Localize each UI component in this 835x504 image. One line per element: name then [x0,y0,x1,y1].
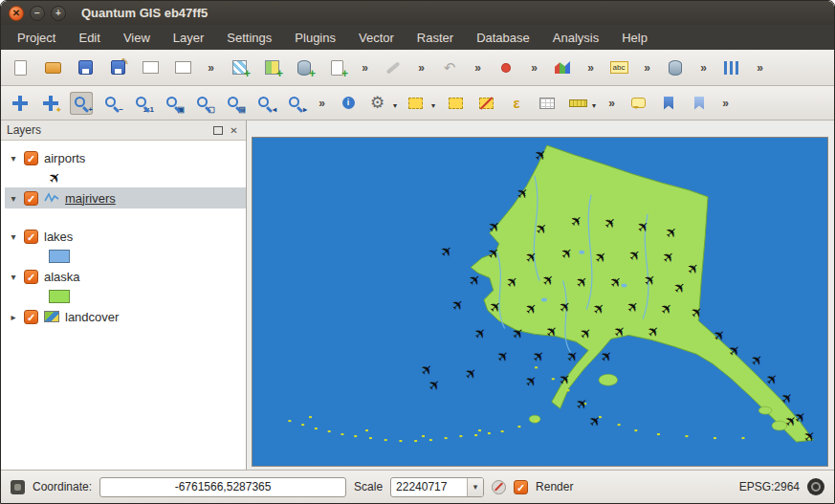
menu-settings[interactable]: Settings [216,28,282,48]
map-canvas[interactable]: ✈✈✈✈✈✈✈✈✈✈✈✈✈✈✈✈✈✈✈✈✈✈✈✈✈✈✈✈✈✈✈✈✈✈✈✈✈✈✈✈… [253,138,827,466]
overflow-icon[interactable]: » [204,56,218,79]
map-area: ✈✈✈✈✈✈✈✈✈✈✈✈✈✈✈✈✈✈✈✈✈✈✈✈✈✈✈✈✈✈✈✈✈✈✈✈✈✈✈✈… [247,121,834,470]
menu-analysis[interactable]: Analysis [542,28,609,48]
expand-toggle-icon[interactable]: ▸ [9,312,18,322]
composer-manager-icon[interactable] [171,56,194,79]
crs-status-icon[interactable] [807,478,824,495]
layer-item-landcover[interactable]: ▸✓landcover [5,306,246,327]
menu-plugins[interactable]: Plugins [284,28,346,48]
menu-view[interactable]: View [113,28,161,48]
overflow-icon[interactable]: » [696,56,711,79]
render-checkbox[interactable]: ✓ [514,480,528,494]
zoom-to-selection-icon[interactable]: ▢ [192,92,215,115]
layer-visibility-checkbox[interactable]: ✓ [24,310,38,324]
overflow-icon[interactable]: » [414,56,428,79]
expand-toggle-icon[interactable]: ▾ [9,153,18,164]
open-project-icon[interactable] [41,56,64,79]
overflow-icon[interactable]: » [753,56,767,79]
layer-visibility-checkbox[interactable]: ✓ [24,151,38,165]
layer-item-alaska[interactable]: ▾✓alaska [5,266,246,287]
expand-toggle-icon[interactable]: ▾ [9,231,18,242]
labeling-glyph: abc [610,61,628,74]
undo-icon[interactable]: ↶ [438,56,461,79]
save-project-icon[interactable] [74,56,97,79]
new-bookmark-icon[interactable] [657,92,680,115]
undock-panel-icon[interactable] [211,124,224,137]
zoom-last-icon[interactable]: ◂ [253,92,276,115]
identify-features-icon[interactable]: i [337,92,360,115]
database-manager-icon[interactable] [664,56,687,79]
toggle-editing-icon[interactable] [382,56,405,79]
toggle-extents-icon[interactable] [11,480,25,494]
composer-manager-glyph [175,61,191,74]
dropdown-arrow-icon[interactable]: ▾ [592,101,596,110]
pan-to-selection-icon[interactable] [39,92,62,115]
expand-toggle-icon[interactable]: ▾ [9,272,18,282]
expand-toggle-icon[interactable]: ▾ [9,193,18,204]
select-by-expression-icon[interactable]: ε [505,92,528,115]
menu-vector[interactable]: Vector [348,28,405,48]
attribute-table-icon[interactable] [536,92,559,115]
new-project-icon[interactable] [9,56,32,79]
histogram-icon[interactable] [551,56,574,79]
zoom-out-icon[interactable]: − [100,92,123,115]
coordinate-input[interactable] [99,477,346,497]
layer-label: alaska [44,270,80,284]
menu-project[interactable]: Project [7,28,66,48]
layer-label: landcover [65,310,119,324]
zoom-next-icon[interactable]: ▸ [284,92,307,115]
measure-icon[interactable]: ▾ [566,92,597,115]
save-project-as-icon[interactable] [106,56,129,79]
dropdown-arrow-icon[interactable]: ▾ [393,101,397,110]
layer-item-majrivers[interactable]: ▾✓majrivers [5,187,246,208]
overflow-icon[interactable]: » [315,92,329,115]
maximize-button[interactable]: + [51,6,66,21]
layer-visibility-checkbox[interactable]: ✓ [24,191,38,206]
close-button[interactable]: ✕ [9,6,24,21]
window-title: Quantum GIS eb47ff5 [81,6,208,20]
app-window: ✕ − + Quantum GIS eb47ff5 ProjectEditVie… [0,0,835,504]
layer-visibility-checkbox[interactable]: ✓ [24,230,38,244]
overflow-icon[interactable]: » [718,92,733,115]
zoom-native-icon[interactable]: 1:1 [131,92,154,115]
menu-help[interactable]: Help [611,28,658,48]
select-features-icon[interactable]: ▾ [406,92,436,115]
layer-tree: ▾✓airports✈▾✓majrivers▾✓lakes▾✓alaska▸✓l… [1,141,246,470]
stop-rendering-icon[interactable] [492,480,506,494]
minimize-button[interactable]: − [30,6,45,21]
new-shapefile-layer-icon[interactable] [325,56,348,79]
map-tips-icon[interactable] [626,92,649,115]
menu-raster[interactable]: Raster [407,28,464,48]
zoom-full-extent-icon[interactable]: ▣ [162,92,185,115]
new-print-composer-icon[interactable] [139,56,162,79]
help-contents-icon[interactable] [494,56,517,79]
overflow-icon[interactable]: » [527,56,541,79]
overflow-icon[interactable]: » [583,56,598,79]
overflow-icon[interactable]: » [358,56,372,79]
select-rectangle-icon[interactable] [444,92,467,115]
run-feature-action-icon[interactable]: ⚙▾ [367,92,398,115]
labeling-icon[interactable]: abc [607,56,630,79]
close-panel-icon[interactable]: ✕ [228,124,240,137]
menu-layer[interactable]: Layer [163,28,215,48]
chevron-down-icon[interactable]: ▾ [467,478,483,496]
deselect-all-icon[interactable] [474,92,497,115]
add-vector-layer-icon[interactable] [228,56,251,79]
overflow-icon[interactable]: » [471,56,485,79]
statistics-icon[interactable] [720,56,743,79]
overflow-icon[interactable]: » [640,56,654,79]
layer-visibility-checkbox[interactable]: ✓ [24,270,38,284]
zoom-to-layer-icon[interactable]: ▤ [223,92,246,115]
menu-database[interactable]: Database [466,28,540,48]
show-bookmarks-icon[interactable] [688,92,711,115]
menu-edit[interactable]: Edit [68,28,110,48]
pan-map-icon[interactable] [9,92,32,115]
layer-item-lakes[interactable]: ▾✓lakes [5,226,246,247]
dropdown-arrow-icon[interactable]: ▾ [431,101,435,110]
layer-item-airports[interactable]: ▾✓airports [5,147,246,168]
scale-combo[interactable]: 22240717 ▾ [390,477,484,497]
overflow-icon[interactable]: » [604,92,619,115]
add-raster-layer-icon[interactable] [260,56,283,79]
add-postgis-layer-icon[interactable] [293,56,316,79]
zoom-in-icon[interactable]: + [70,92,93,115]
